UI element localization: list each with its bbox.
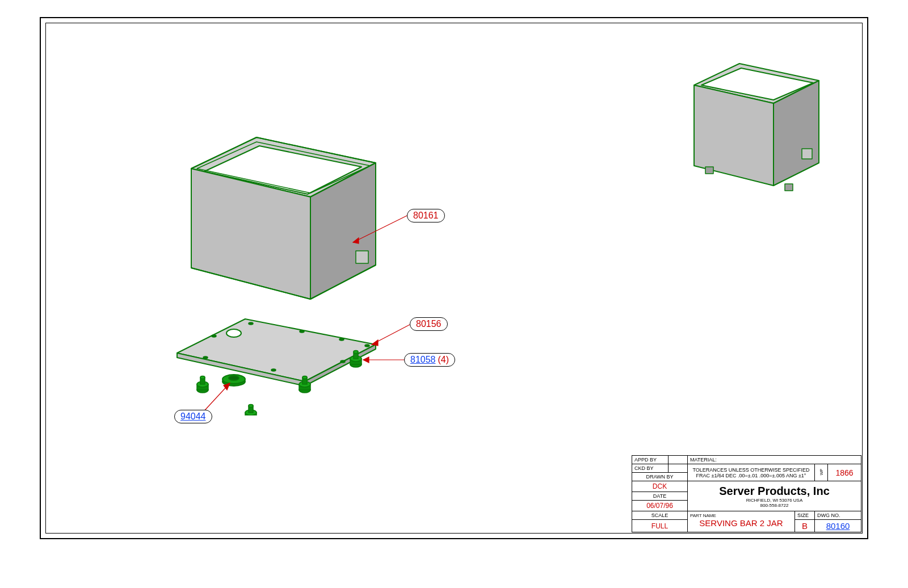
svg-point-15 (300, 330, 304, 333)
tb-date-lbl: DATE (632, 492, 688, 501)
tb-partname: SERVING BAR 2 JAR (690, 518, 792, 528)
tb-appd-lbl: APPD BY (632, 456, 669, 464)
svg-point-19 (271, 369, 276, 371)
callout-94044: 94044 (174, 410, 212, 423)
tb-drawn-by: DCK (632, 481, 688, 492)
svg-point-45 (354, 351, 358, 354)
tb-company: Server Products, Inc (690, 485, 859, 498)
callout-80161: 80161 (407, 209, 445, 222)
tb-wp-lbl: WP (819, 469, 823, 475)
svg-point-20 (203, 356, 208, 359)
part-enclosure (191, 137, 376, 299)
svg-point-17 (365, 345, 369, 347)
tb-dwg-link[interactable]: 80160 (826, 521, 850, 531)
svg-point-21 (212, 335, 216, 337)
tb-ckd-val (669, 464, 688, 473)
drawing-sheet: 80161 80156 81058 (4) 94044 APPD BY MATE… (40, 17, 868, 539)
svg-point-16 (339, 338, 344, 341)
callout-81058: 81058 (4) (404, 353, 455, 367)
svg-marker-51 (363, 357, 369, 363)
callout-80156: 80156 (410, 317, 448, 331)
tb-size-lbl: SIZE (795, 511, 815, 520)
svg-rect-59 (705, 167, 713, 174)
svg-point-14 (249, 322, 253, 325)
tb-ckd-lbl: CKD BY (632, 464, 669, 473)
callout-qty: (4) (438, 355, 449, 365)
tb-scale-lbl: SCALE (632, 511, 688, 520)
svg-rect-7 (356, 251, 368, 263)
tb-tol-1: TOLERANCES UNLESS OTHERWISE SPECIFIED (690, 467, 812, 473)
svg-marker-11 (177, 319, 376, 381)
svg-point-18 (340, 360, 345, 363)
svg-point-35 (302, 376, 307, 379)
tb-addr2: 800-558-8722 (690, 503, 859, 508)
tb-drawn-lbl: DRAWN BY (632, 473, 688, 481)
svg-point-40 (249, 405, 253, 408)
svg-point-25 (229, 376, 239, 380)
tb-wp: 1866 (828, 464, 861, 481)
svg-rect-60 (785, 184, 793, 191)
tb-date: 06/07/96 (632, 501, 688, 511)
tb-tol-2: FRAC ±1/64 DEC .00=±.01 .000=±.005 ANG ±… (690, 473, 812, 478)
svg-marker-49 (372, 340, 378, 346)
tb-addr1: RICHFIELD, WI 53076 USA (690, 498, 859, 503)
tb-size: B (795, 520, 815, 532)
svg-rect-58 (802, 149, 812, 159)
callout-pn-link[interactable]: 94044 (180, 411, 206, 422)
tb-appd-val (669, 456, 688, 464)
tb-dwg-lbl: DWG NO. (815, 511, 861, 520)
tb-material-lbl: MATERIAL: (688, 456, 861, 464)
tb-partname-lbl: PART NAME (690, 513, 716, 518)
assembled-view (674, 41, 844, 211)
svg-point-22 (226, 329, 241, 337)
callout-pn: 80161 (413, 211, 439, 221)
callout-pn-link[interactable]: 81058 (410, 355, 436, 365)
callout-pn: 80156 (416, 319, 442, 329)
tb-scale: FULL (632, 520, 688, 532)
title-block: APPD BY MATERIAL: CKD BY TOLERANCES UNLE… (632, 455, 861, 532)
part-baseplate (177, 319, 376, 386)
svg-point-30 (200, 376, 205, 379)
